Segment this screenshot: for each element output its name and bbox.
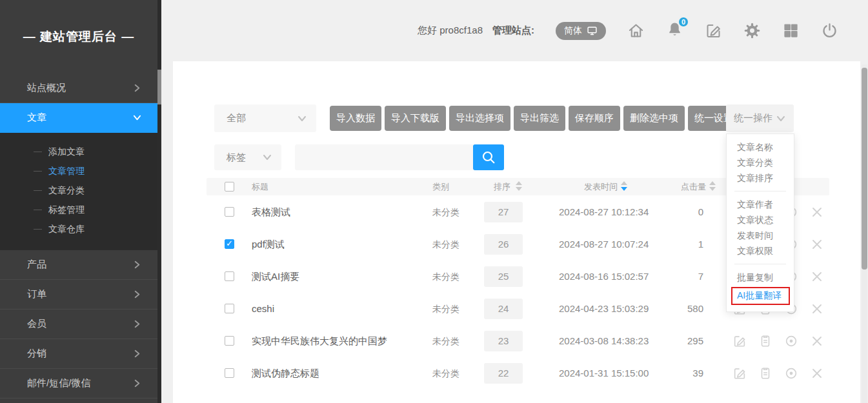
delete-x-icon[interactable] <box>810 270 824 284</box>
menu-item-article-category[interactable]: 文章分类 <box>727 155 794 170</box>
sort-arrows-publish-time[interactable] <box>621 181 627 191</box>
column-header-title: 标题 <box>252 178 268 195</box>
column-header-publish-time[interactable]: 发表时间 <box>584 178 618 195</box>
row-checkbox[interactable] <box>225 207 234 217</box>
edit-icon[interactable] <box>705 22 722 39</box>
delete-x-icon[interactable] <box>810 205 824 219</box>
article-category: 未分类 <box>432 357 459 389</box>
article-title[interactable]: 测试AI摘要 <box>252 260 299 293</box>
delete-selected-button[interactable]: 删除选中项 <box>623 106 685 131</box>
submenu-item-article-warehouse[interactable]: 文章仓库 <box>0 219 157 239</box>
sort-arrows-order[interactable] <box>516 181 522 191</box>
article-order-field[interactable]: 24 <box>484 299 523 319</box>
article-order-field[interactable]: 26 <box>484 234 523 255</box>
language-pill-button[interactable]: 简体 <box>556 22 606 40</box>
notifications-button[interactable]: 0 <box>666 21 683 41</box>
row-checkbox[interactable] <box>225 304 234 313</box>
category-filter-select[interactable]: 全部 <box>214 104 316 132</box>
gear-icon[interactable] <box>743 22 761 39</box>
sidebar-nav: 站点概况 文章 添加文章 文章管理 文章分类 标签管理 文章仓库 产品 订单 <box>0 74 157 398</box>
sidebar-item-products[interactable]: 产品 <box>0 250 157 280</box>
table-row: 测试伪静态标题 未分类 22 2024-01-31 15:15:00 39 <box>207 357 829 389</box>
article-title[interactable]: 表格测试 <box>252 196 290 228</box>
sidebar-item-orders[interactable]: 订单 <box>0 280 157 310</box>
article-order-field[interactable]: 22 <box>484 363 523 384</box>
preview-eye-icon[interactable] <box>784 334 798 348</box>
delete-x-icon[interactable] <box>810 302 824 316</box>
chevron-right-icon <box>132 319 142 329</box>
menu-item-article-permission[interactable]: 文章权限 <box>727 243 794 259</box>
article-title[interactable]: pdf测试 <box>252 228 285 260</box>
menu-item-publish-time[interactable]: 发表时间 <box>727 228 794 243</box>
sidebar-scrollbar-thumb[interactable] <box>157 70 161 104</box>
column-header-clicks[interactable]: 点击量 <box>681 178 706 195</box>
edit-icon[interactable] <box>732 366 747 380</box>
submenu-item-tag-management[interactable]: 标签管理 <box>0 200 157 219</box>
copy-icon[interactable] <box>758 334 772 348</box>
menu-item-article-order[interactable]: 文章排序 <box>727 170 794 186</box>
delete-x-icon[interactable] <box>810 366 824 380</box>
top-bar: 您好 pro8cf1a8 管理站点: 简体 0 <box>161 0 868 61</box>
row-checkbox[interactable] <box>225 336 234 346</box>
export-filtered-button[interactable]: 导出筛选 <box>514 106 565 131</box>
table-row: 实现中华民族伟大复兴的中国梦 未分类 23 2024-03-08 14:38:2… <box>207 325 829 357</box>
copy-icon[interactable] <box>758 366 772 380</box>
row-checkbox[interactable] <box>225 368 234 378</box>
article-publish-time: 2024-03-08 14:38:23 <box>559 325 649 357</box>
article-clicks: 1 <box>652 228 703 260</box>
submenu-item-article-management[interactable]: 文章管理 <box>0 161 157 181</box>
article-order-field[interactable]: 23 <box>484 331 523 351</box>
edit-icon[interactable] <box>732 334 747 348</box>
article-category: 未分类 <box>432 196 459 228</box>
article-category: 未分类 <box>432 228 459 260</box>
menu-item-article-author[interactable]: 文章作者 <box>727 197 794 212</box>
article-category: 未分类 <box>432 325 459 357</box>
sidebar-item-mail-sms-wechat[interactable]: 邮件/短信/微信 <box>0 369 157 398</box>
article-clicks: 580 <box>652 293 703 325</box>
save-order-button[interactable]: 保存顺序 <box>569 106 620 131</box>
import-data-button[interactable]: 导入数据 <box>330 106 381 131</box>
article-order-field[interactable]: 25 <box>484 266 523 287</box>
submenu-item-add-article[interactable]: 添加文章 <box>0 142 157 161</box>
export-selected-button[interactable]: 导出选择项 <box>449 106 510 131</box>
monitor-icon <box>587 25 598 36</box>
row-checkbox[interactable] <box>225 271 234 281</box>
batch-operation-dropdown-button[interactable]: 统一操作 <box>726 104 794 132</box>
article-order-field[interactable]: 27 <box>484 202 523 222</box>
page-scrollbar-thumb[interactable] <box>862 68 867 270</box>
article-title[interactable]: ceshi <box>252 293 274 325</box>
sidebar-item-articles[interactable]: 文章 <box>0 103 157 133</box>
menu-item-batch-copy[interactable]: 批量复制 <box>727 270 794 285</box>
sidebar: — 建站管理后台 — 站点概况 文章 添加文章 文章管理 文章分类 标签管理 文… <box>0 0 161 403</box>
power-icon[interactable] <box>821 22 838 39</box>
home-icon[interactable] <box>627 22 645 39</box>
sidebar-item-members[interactable]: 会员 <box>0 310 157 339</box>
articles-submenu: 添加文章 文章管理 文章分类 标签管理 文章仓库 <box>0 133 157 250</box>
row-checkbox[interactable] <box>225 239 234 249</box>
article-category: 未分类 <box>432 260 459 293</box>
tag-filter-select[interactable]: 标签 <box>214 144 281 170</box>
article-clicks: 295 <box>652 325 703 357</box>
sort-arrows-clicks[interactable] <box>709 181 716 191</box>
menu-item-article-status[interactable]: 文章状态 <box>727 212 794 228</box>
article-publish-time: 2024-01-31 15:15:00 <box>559 357 649 389</box>
submenu-item-article-categories[interactable]: 文章分类 <box>0 181 157 200</box>
article-title[interactable]: 实现中华民族伟大复兴的中国梦 <box>252 325 387 357</box>
article-title[interactable]: 测试伪静态标题 <box>252 357 319 389</box>
delete-x-icon[interactable] <box>810 334 824 348</box>
apps-grid-icon[interactable] <box>782 22 800 39</box>
sidebar-item-site-overview[interactable]: 站点概况 <box>0 74 157 103</box>
sidebar-item-label: 文章 <box>27 112 46 124</box>
language-label: 简体 <box>564 25 582 37</box>
menu-item-article-name[interactable]: 文章名称 <box>727 139 794 155</box>
select-all-checkbox[interactable] <box>225 182 234 192</box>
preview-eye-icon[interactable] <box>784 366 798 380</box>
greeting-text: 您好 pro8cf1a8 <box>418 25 483 37</box>
search-button[interactable] <box>473 144 504 170</box>
menu-item-ai-batch-translate[interactable]: AI批量翻译 <box>731 287 790 305</box>
import-download-button[interactable]: 导入下载版 <box>385 106 446 131</box>
column-header-order[interactable]: 排序 <box>494 178 510 195</box>
delete-x-icon[interactable] <box>810 237 824 251</box>
search-input[interactable] <box>295 144 473 170</box>
sidebar-item-distribution[interactable]: 分销 <box>0 339 157 369</box>
